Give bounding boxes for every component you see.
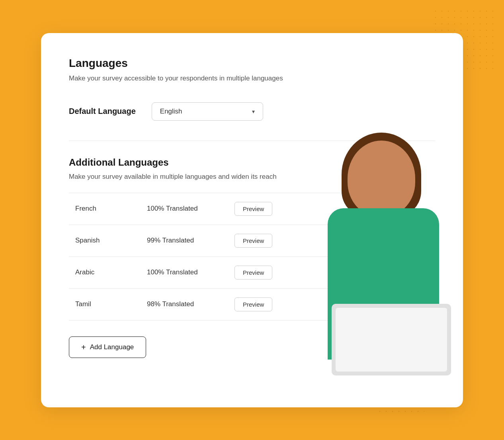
translation-status: 98% Translated — [141, 288, 228, 320]
preview-button[interactable]: Preview — [234, 266, 272, 280]
default-language-label: Default Language — [69, 107, 136, 116]
preview-button[interactable]: Preview — [234, 202, 272, 216]
laptop-screen — [336, 308, 447, 372]
default-language-value: English — [160, 108, 182, 115]
language-name: Arabic — [69, 256, 141, 288]
translation-status: 100% Translated — [141, 256, 228, 288]
plus-icon: + — [81, 343, 86, 351]
languages-title: Languages — [69, 57, 435, 70]
languages-subtitle: Make your survey accessible to your resp… — [69, 74, 435, 82]
default-language-select[interactable]: English ▾ — [152, 102, 263, 121]
add-language-button[interactable]: + Add Language — [69, 336, 146, 358]
translation-status: 100% Translated — [141, 193, 228, 225]
add-language-label: Add Language — [90, 343, 134, 351]
translation-status: 99% Translated — [141, 225, 228, 256]
language-name: Spanish — [69, 225, 141, 256]
default-language-row: Default Language English ▾ — [69, 102, 435, 121]
person-laptop — [332, 304, 451, 375]
preview-button[interactable]: Preview — [234, 297, 272, 311]
language-name: French — [69, 193, 141, 225]
language-name: Tamil — [69, 288, 141, 320]
main-card: Languages Make your survey accessible to… — [41, 33, 463, 407]
person-illustration — [280, 129, 463, 407]
person-head — [348, 141, 415, 216]
chevron-down-icon: ▾ — [252, 108, 255, 115]
preview-button[interactable]: Preview — [234, 234, 272, 248]
